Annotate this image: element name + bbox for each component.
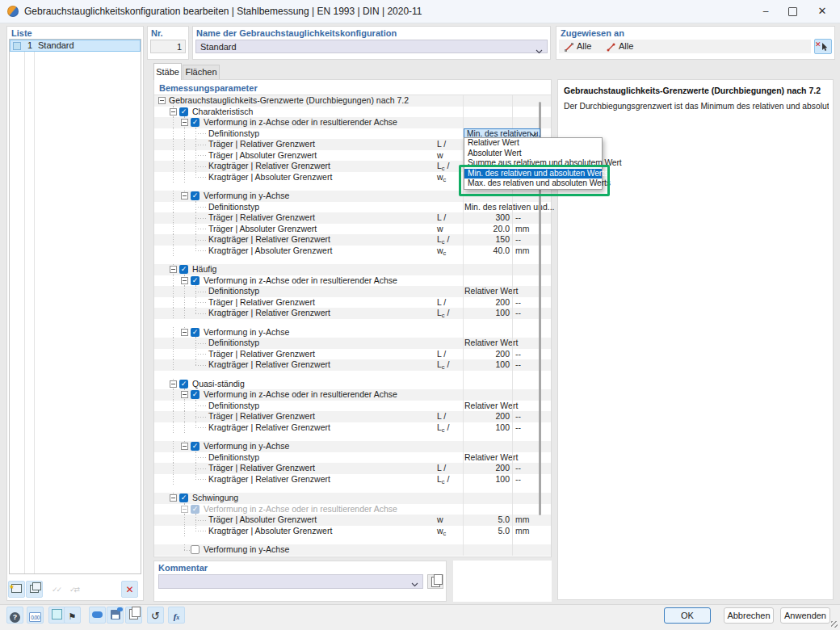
value[interactable]: 100 xyxy=(458,422,510,434)
checkbox[interactable]: ✓ xyxy=(179,494,188,502)
tab-staebe[interactable]: Stäbe xyxy=(153,63,182,80)
copy-config-button[interactable] xyxy=(26,581,43,598)
value[interactable]: 200 xyxy=(458,297,510,309)
tab-flaechen[interactable]: Flächen xyxy=(183,65,220,80)
tree-row[interactable]: Kragträger | Relativer GrenzwertLc /100-… xyxy=(154,474,551,485)
dropdown-option[interactable]: Min. des relativen und absoluten Werts xyxy=(464,169,602,179)
tree-row[interactable]: Gebrauchstauglichkeits-Grenzwerte (Durch… xyxy=(154,95,551,107)
value[interactable]: 20.0 xyxy=(458,224,510,235)
value[interactable]: 40.0 xyxy=(458,246,510,257)
expand-box[interactable] xyxy=(170,380,177,388)
decimal-places-button[interactable]: 0.00 xyxy=(27,607,44,624)
tree-row[interactable]: Verformung in y-Achse xyxy=(154,544,551,556)
tree-row[interactable]: Träger | Relativer GrenzwertL /300-- xyxy=(154,212,551,224)
tree-row[interactable]: DefinitionstypRelativer Wert xyxy=(154,338,551,349)
tree-row[interactable]: Träger | Relativer GrenzwertL /200-- xyxy=(154,297,551,309)
tree-row[interactable]: ✓Quasi-ständig xyxy=(154,379,551,390)
checkbox[interactable]: ✓ xyxy=(191,505,200,514)
new-config-button[interactable]: ★ xyxy=(8,581,25,598)
save-button[interactable] xyxy=(107,607,124,624)
tree-row[interactable]: ✓Schwingung xyxy=(154,493,551,504)
tree-row[interactable]: Träger | Relativer GrenzwertL /200-- xyxy=(154,349,551,360)
tree-row[interactable]: Kragträger | Absoluter Grenzwertwc40.0mm xyxy=(154,246,551,257)
dropdown-option[interactable]: Relativer Wert xyxy=(464,138,602,149)
list-item-standard[interactable]: 1 Standard xyxy=(10,40,141,52)
comment-cloud-button[interactable] xyxy=(89,607,106,624)
comment-combo[interactable] xyxy=(158,574,423,589)
tree-row[interactable]: Träger | Relativer GrenzwertL /200-- xyxy=(154,411,551,422)
value[interactable]: 5.0 xyxy=(458,526,510,537)
value[interactable]: 100 xyxy=(458,308,510,319)
value[interactable]: 200 xyxy=(458,411,510,422)
expand-box[interactable] xyxy=(158,97,166,104)
tree-row[interactable]: ✓Verformung in z-Achse oder in resultier… xyxy=(154,504,551,515)
value[interactable]: 5.0 xyxy=(458,514,510,526)
tree-row[interactable]: DefinitionstypRelativer Wert xyxy=(154,401,551,412)
definition-type-value[interactable]: Relativer Wert xyxy=(464,452,518,464)
tree-row[interactable]: DefinitionstypMin. des relativen und... xyxy=(154,202,551,213)
definition-type-value[interactable]: Relativer Wert xyxy=(464,286,518,297)
close-button[interactable]: ✕ xyxy=(810,3,834,19)
config-list[interactable] xyxy=(9,39,141,574)
maximize-button[interactable] xyxy=(780,3,804,19)
ok-button[interactable]: OK xyxy=(664,607,711,624)
tree-row[interactable]: Kragträger | Relativer GrenzwertLc /150-… xyxy=(154,234,551,246)
tree-row[interactable]: Träger | Absoluter Grenzwertw5.0mm xyxy=(154,514,551,526)
expand-box[interactable] xyxy=(181,119,188,126)
tree-row[interactable]: ✓Verformung in z-Achse oder in resultier… xyxy=(154,117,551,128)
expand-box[interactable] xyxy=(181,192,188,200)
expand-box[interactable] xyxy=(170,266,177,273)
checkbox[interactable]: ✓ xyxy=(179,380,188,388)
expand-box[interactable] xyxy=(170,494,177,502)
value[interactable]: 100 xyxy=(458,359,510,371)
copy-button[interactable] xyxy=(125,607,142,624)
help-button[interactable]: ? xyxy=(6,607,23,624)
checkbox[interactable]: ✓ xyxy=(191,328,200,337)
checkbox[interactable]: ✓ xyxy=(191,118,200,127)
tree-row[interactable]: Kragträger | Relativer GrenzwertLc /100-… xyxy=(154,308,551,319)
expand-box[interactable] xyxy=(181,277,188,284)
value[interactable]: 150 xyxy=(458,234,510,246)
value[interactable]: 200 xyxy=(458,349,510,360)
checkbox[interactable]: ✓ xyxy=(191,390,200,399)
dropdown-option[interactable]: Summe aus relativem und absolutem Wert xyxy=(464,158,602,169)
expand-box[interactable] xyxy=(181,443,188,450)
tree-row[interactable]: DefinitionstypRelativer Wert xyxy=(154,452,551,464)
display-settings-button[interactable]: ⚑ xyxy=(64,607,81,624)
dropdown-option[interactable]: Absoluter Wert xyxy=(464,149,602,159)
value[interactable]: 100 xyxy=(458,474,510,485)
tree-row[interactable]: ✓Charakteristisch xyxy=(154,107,551,118)
tree-row[interactable]: ✓Verformung in z-Achse oder in resultier… xyxy=(154,389,551,401)
minimize-button[interactable]: – xyxy=(754,3,778,19)
tree-row[interactable]: Träger | Relativer GrenzwertL /200-- xyxy=(154,463,551,474)
tree-row[interactable]: ✓Verformung in z-Achse oder in resultier… xyxy=(154,275,551,287)
definition-type-value[interactable]: Relativer Wert xyxy=(464,401,518,412)
checkbox[interactable] xyxy=(191,545,200,554)
checkbox[interactable]: ✓ xyxy=(191,276,200,285)
reset-button[interactable]: ↺ xyxy=(147,607,164,624)
expand-box[interactable] xyxy=(181,329,188,336)
color-swatch-button[interactable] xyxy=(48,607,65,624)
checkbox[interactable]: ✓ xyxy=(191,191,200,200)
tree-row[interactable]: ✓Häufig xyxy=(154,264,551,275)
checkbox[interactable]: ✓ xyxy=(179,265,188,274)
tree-row[interactable]: ✓Verformung in y-Achse xyxy=(154,191,551,202)
nr-field[interactable]: 1 xyxy=(150,40,186,53)
expand-box[interactable] xyxy=(181,506,188,513)
cancel-button[interactable]: Abbrechen xyxy=(724,607,774,624)
tree-row[interactable]: DefinitionstypRelativer Wert xyxy=(154,286,551,297)
tree-row[interactable]: ✓Verformung in y-Achse xyxy=(154,441,551,452)
formula-button[interactable]: fx xyxy=(168,607,185,624)
expand-box[interactable] xyxy=(170,108,177,116)
value[interactable]: 200 xyxy=(458,463,510,474)
definition-type-value[interactable]: Relativer Wert xyxy=(464,338,518,349)
dropdown-option[interactable]: Max. des relativen und absoluten Werts xyxy=(464,178,602,189)
name-combo[interactable]: Standard xyxy=(195,40,548,53)
tree-row[interactable]: ✓Verformung in y-Achse xyxy=(154,327,551,338)
expand-box[interactable] xyxy=(181,391,188,398)
checkbox[interactable]: ✓ xyxy=(179,107,188,116)
tree-row[interactable]: Kragträger | Relativer GrenzwertLc /100-… xyxy=(154,359,551,371)
resize-grip[interactable] xyxy=(831,621,838,628)
tree-row[interactable]: Kragträger | Absoluter Grenzwertwc5.0mm xyxy=(154,526,551,537)
tree-row[interactable]: Träger | Absoluter Grenzwertw20.0mm xyxy=(154,224,551,235)
